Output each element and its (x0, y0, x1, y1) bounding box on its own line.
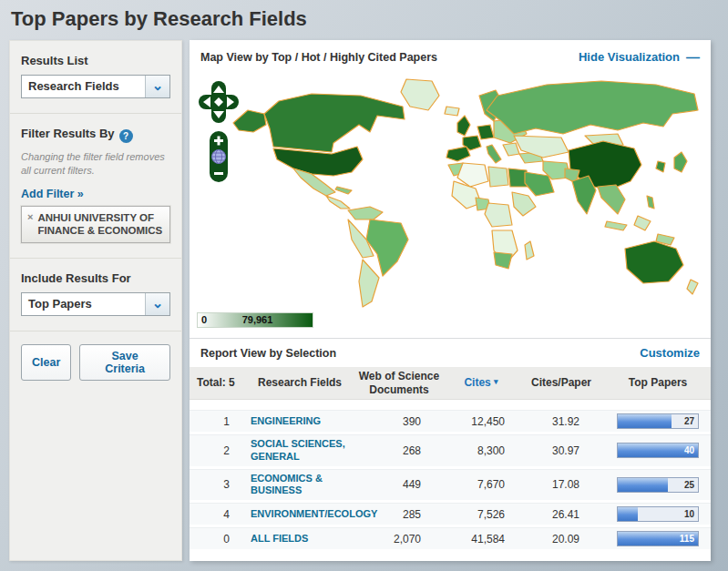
top-papers-value: 25 (684, 480, 694, 490)
row-field-cell: ENVIRONMENT/ECOLOGY (246, 507, 354, 521)
sort-desc-icon: ▾ (494, 377, 498, 386)
include-results-select[interactable]: Top Papers ⌄ (21, 292, 170, 316)
top-papers-bar: 115 (617, 531, 699, 546)
region-australia[interactable] (625, 241, 683, 283)
region-algeria[interactable] (457, 163, 488, 187)
row-cites: 12,450 (445, 415, 518, 428)
column-header-top-papers[interactable]: Top Papers (605, 376, 711, 389)
total-count-label: Total: 5 (190, 376, 246, 389)
actions-section: Clear Save Criteria (10, 331, 181, 395)
region-greenland[interactable] (401, 79, 439, 110)
row-field-cell: ALL FIELDS (246, 532, 354, 546)
top-papers-value: 40 (684, 445, 694, 455)
region-uk[interactable] (457, 116, 470, 136)
page: Top Papers by Research Fields Results Li… (0, 0, 728, 571)
clear-button[interactable]: Clear (21, 344, 71, 381)
world-map (190, 70, 711, 309)
region-south-africa[interactable] (494, 252, 512, 269)
top-papers-value: 27 (684, 416, 694, 426)
row-field-cell: SOCIAL SCIENCES, GENERAL (246, 438, 354, 464)
table-spacer (190, 400, 711, 410)
filter-note: Changing the filter field removes all cu… (21, 150, 170, 178)
region-madagascar[interactable] (525, 241, 534, 260)
field-link[interactable]: ENGINEERING (246, 415, 321, 428)
globe-icon (212, 150, 226, 164)
region-colombia-venezuela[interactable] (348, 207, 383, 219)
table-row: 2SOCIAL SCIENCES, GENERAL2688,30030.9740 (190, 434, 711, 469)
zoom-in-icon-v (218, 137, 220, 146)
minus-icon: — (686, 53, 700, 62)
pan-control[interactable] (199, 81, 239, 123)
region-borneo[interactable] (634, 216, 651, 230)
region-central-africa[interactable] (485, 203, 512, 227)
column-header-cites[interactable]: Cites ▾ (445, 376, 518, 389)
zoom-control[interactable] (209, 130, 229, 183)
help-icon[interactable]: ? (119, 129, 133, 143)
region-central-america[interactable] (326, 196, 350, 209)
filter-chip[interactable]: × ANHUI UNIVERSITY OF FINANCE & ECONOMIC… (21, 206, 170, 244)
include-results-value: Top Papers (22, 293, 145, 315)
row-cites-per-paper: 26.41 (518, 508, 605, 521)
field-link[interactable]: SOCIAL SCIENCES, GENERAL (246, 438, 354, 464)
region-libya[interactable] (488, 167, 508, 187)
map-regions (233, 79, 698, 307)
field-link[interactable]: ALL FIELDS (246, 533, 308, 546)
customize-link[interactable]: Customize (640, 346, 700, 360)
top-papers-bar-fill (618, 414, 672, 428)
region-russia[interactable] (487, 81, 698, 134)
main-panel: Map View by Top / Hot / Highly Cited Pap… (190, 40, 711, 561)
save-criteria-button[interactable]: Save Criteria (79, 344, 170, 381)
row-cites-per-paper: 30.97 (518, 444, 605, 457)
region-spain[interactable] (446, 147, 470, 161)
hide-visualization-link[interactable]: Hide Visualization — (579, 50, 700, 64)
row-top-papers-cell: 10 (605, 506, 711, 522)
include-results-label: Include Results For (21, 271, 170, 285)
column-header-wos-documents[interactable]: Web of Science Documents (354, 370, 445, 396)
zoom-out-icon (214, 172, 223, 175)
row-top-papers-cell: 25 (605, 477, 711, 493)
row-rank: 0 (190, 533, 246, 546)
map-title: Map View by Top / Hot / Highly Cited Pap… (200, 51, 437, 64)
table-body: 1ENGINEERING39012,45031.92272SOCIAL SCIE… (190, 410, 711, 552)
region-iceland[interactable] (445, 107, 459, 116)
row-cites: 41,584 (445, 533, 518, 546)
region-germany[interactable] (477, 125, 494, 139)
column-header-cites-per-paper[interactable]: Cites/Paper (518, 376, 605, 389)
filter-label: Filter Results By? (21, 127, 170, 143)
region-indonesia[interactable] (605, 221, 627, 230)
region-philippines[interactable] (647, 196, 654, 209)
region-argentina-chile[interactable] (359, 260, 379, 307)
add-filter-link[interactable]: Add Filter » (21, 188, 84, 200)
filter-section: Filter Results By? Changing the filter f… (10, 114, 181, 259)
results-list-label: Results List (21, 54, 170, 67)
field-link[interactable]: ECONOMICS & BUSINESS (246, 473, 354, 498)
map-header: Map View by Top / Hot / Highly Cited Pap… (190, 40, 711, 70)
map-controls (199, 81, 241, 183)
region-brazil[interactable] (366, 219, 408, 276)
sidebar: Results List Research Fields ⌄ Filter Re… (9, 40, 182, 561)
row-cites-per-paper: 20.09 (518, 533, 605, 546)
region-se-asia[interactable] (598, 185, 625, 214)
row-rank: 1 (190, 415, 246, 428)
row-rank: 3 (190, 478, 246, 491)
include-results-section: Include Results For Top Papers ⌄ (10, 259, 181, 331)
column-header-research-fields[interactable]: Research Fields (246, 376, 354, 389)
region-caribbean[interactable] (335, 187, 352, 194)
remove-filter-icon[interactable]: × (27, 211, 33, 238)
row-top-papers-cell: 40 (605, 443, 711, 458)
top-papers-bar: 40 (617, 443, 699, 458)
row-field-cell: ECONOMICS & BUSINESS (246, 473, 354, 498)
region-japan[interactable] (674, 152, 687, 172)
table-row: 1ENGINEERING39012,45031.9227 (190, 410, 711, 434)
top-papers-bar: 10 (617, 506, 699, 522)
region-canada[interactable] (264, 94, 405, 152)
region-italy[interactable] (487, 145, 501, 163)
row-cites-per-paper: 17.08 (518, 478, 605, 491)
region-korea[interactable] (656, 161, 665, 172)
region-east-africa[interactable] (512, 192, 536, 216)
top-papers-bar-fill (618, 478, 668, 492)
region-new-zealand[interactable] (687, 280, 698, 294)
results-list-select[interactable]: Research Fields ⌄ (21, 75, 170, 98)
region-balkans[interactable] (503, 143, 519, 156)
row-wos-documents: 285 (354, 508, 445, 521)
